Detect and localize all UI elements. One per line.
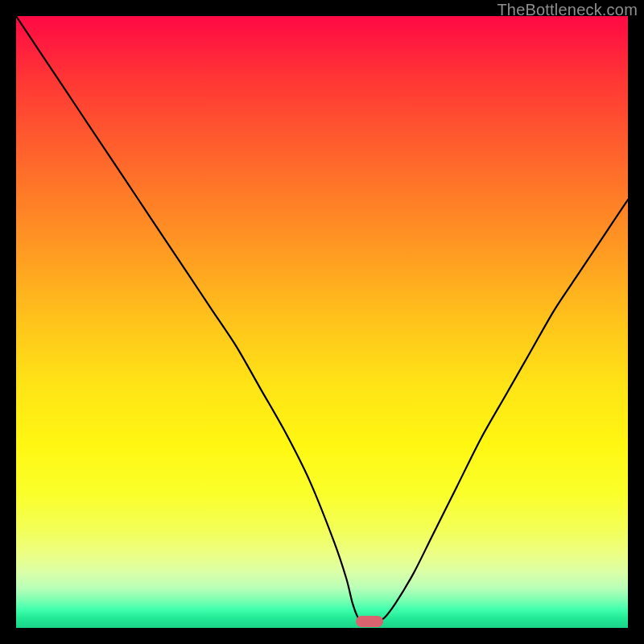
optimum-marker bbox=[356, 616, 383, 627]
curve-svg bbox=[16, 16, 628, 628]
bottleneck-curve bbox=[16, 16, 628, 621]
chart-frame: TheBottleneck.com bbox=[0, 0, 644, 644]
plot-area bbox=[16, 16, 628, 628]
